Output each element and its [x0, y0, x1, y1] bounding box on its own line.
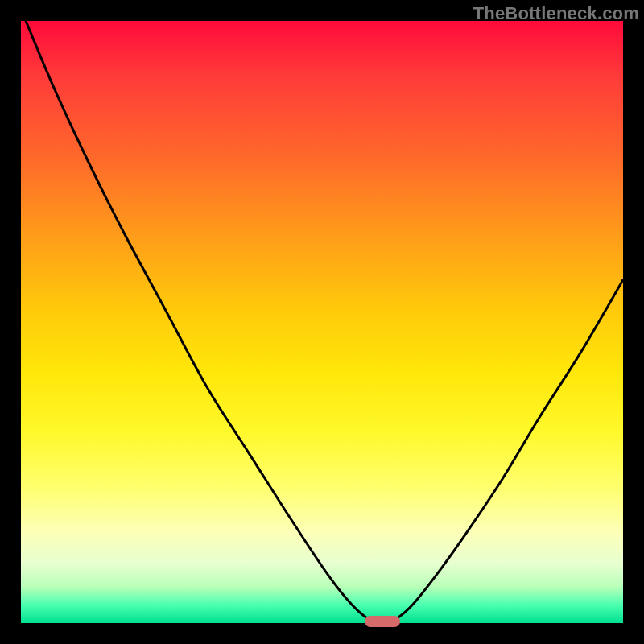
watermark-text: TheBottleneck.com — [473, 3, 639, 24]
chart-frame: TheBottleneck.com — [0, 0, 644, 644]
optimal-point-marker — [365, 616, 400, 627]
bottleneck-curve — [21, 21, 623, 623]
chart-plot-area — [21, 21, 623, 623]
